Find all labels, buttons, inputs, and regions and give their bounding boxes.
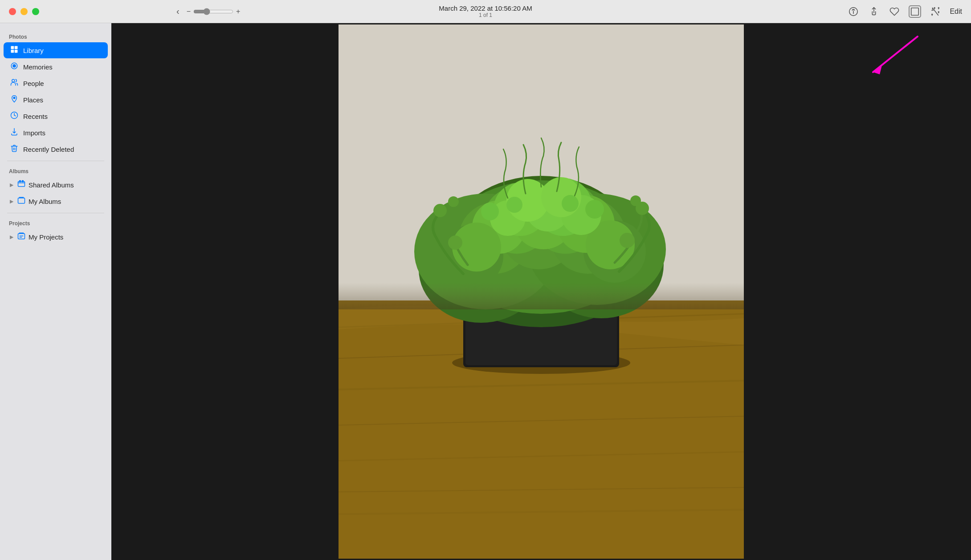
sidebar-item-library[interactable]: Library — [4, 42, 108, 58]
enhance-button[interactable] — [929, 5, 942, 18]
sidebar-albums-label: Albums — [0, 165, 111, 176]
svg-point-71 — [448, 235, 462, 250]
my-albums-icon — [17, 196, 26, 206]
svg-line-74 — [873, 37, 918, 72]
svg-rect-18 — [20, 181, 21, 182]
svg-rect-8 — [11, 46, 14, 49]
maximize-button[interactable] — [32, 8, 39, 15]
svg-point-68 — [506, 197, 522, 213]
zoom-control: − + — [187, 8, 241, 16]
svg-point-14 — [12, 79, 15, 82]
recently-deleted-label: Recently Deleted — [23, 146, 74, 153]
svg-point-72 — [620, 233, 635, 248]
chevron-right-icon: ▶ — [10, 182, 13, 188]
people-icon — [10, 78, 19, 88]
places-label: Places — [23, 96, 43, 104]
svg-line-5 — [933, 8, 938, 15]
window-controls — [0, 8, 39, 15]
svg-point-70 — [585, 200, 604, 219]
memories-icon — [10, 62, 19, 72]
people-label: People — [23, 80, 44, 87]
zoom-out-button[interactable]: − — [187, 8, 191, 16]
nav-controls: ‹ − + — [173, 4, 240, 18]
chevron-right-icon-2: ▶ — [10, 199, 13, 204]
svg-point-67 — [481, 203, 499, 220]
svg-point-64 — [448, 196, 459, 207]
chevron-right-icon-3: ▶ — [10, 234, 13, 240]
sidebar-item-shared-albums[interactable]: ▶ Shared Albums — [4, 177, 108, 193]
trash-icon — [10, 144, 19, 154]
sidebar-item-recently-deleted[interactable]: Recently Deleted — [4, 141, 108, 157]
svg-point-66 — [630, 195, 641, 206]
svg-point-63 — [433, 204, 447, 217]
favorite-button[interactable] — [888, 5, 901, 18]
svg-point-69 — [562, 195, 579, 212]
svg-rect-4 — [911, 8, 919, 15]
main-content: Photos Library Memories — [0, 23, 971, 560]
svg-point-15 — [13, 97, 15, 99]
imports-icon — [10, 128, 19, 138]
svg-rect-10 — [11, 50, 14, 53]
recents-label: Recents — [23, 113, 48, 120]
sidebar-divider-2 — [7, 213, 104, 213]
annotation-arrow — [846, 28, 926, 90]
edit-button[interactable]: Edit — [950, 8, 962, 16]
library-label: Library — [23, 47, 44, 54]
toolbar-actions: Edit — [847, 5, 962, 18]
sidebar-photos-label: Photos — [0, 30, 111, 42]
back-button[interactable]: ‹ — [173, 4, 183, 18]
close-button[interactable] — [9, 8, 16, 15]
zoom-slider[interactable] — [193, 8, 233, 15]
library-icon — [10, 45, 19, 55]
titlebar: ‹ − + March 29, 2022 at 10:56:20 AM 1 of… — [0, 0, 971, 23]
places-icon — [10, 95, 19, 105]
svg-rect-9 — [15, 46, 18, 49]
zoom-in-button[interactable]: + — [236, 8, 240, 16]
my-albums-label: My Albums — [29, 198, 61, 205]
svg-rect-17 — [18, 182, 25, 187]
sidebar-item-people[interactable]: People — [4, 75, 108, 91]
imports-label: Imports — [23, 129, 45, 137]
svg-rect-73 — [339, 283, 744, 309]
sidebar-divider-1 — [7, 161, 104, 161]
shared-albums-label: Shared Albums — [29, 181, 74, 189]
minimize-button[interactable] — [20, 8, 28, 15]
sidebar-item-memories[interactable]: Memories — [4, 59, 108, 75]
share-button[interactable] — [868, 5, 880, 18]
photo-count: 1 of 1 — [479, 12, 492, 18]
my-projects-icon — [17, 232, 26, 242]
memories-label: Memories — [23, 63, 53, 71]
svg-point-13 — [13, 65, 16, 67]
sidebar: Photos Library Memories — [0, 23, 111, 560]
fit-button[interactable] — [909, 5, 921, 18]
my-projects-label: My Projects — [29, 233, 63, 241]
info-button[interactable] — [847, 5, 860, 18]
svg-rect-19 — [22, 181, 24, 182]
photo-date: March 29, 2022 at 10:56:20 AM — [439, 4, 532, 12]
sidebar-item-recents[interactable]: Recents — [4, 108, 108, 124]
sidebar-item-my-albums[interactable]: ▶ My Albums — [4, 193, 108, 209]
sidebar-item-imports[interactable]: Imports — [4, 125, 108, 141]
sidebar-projects-label: Projects — [0, 217, 111, 228]
recents-icon — [10, 111, 19, 121]
svg-rect-20 — [18, 198, 25, 203]
sidebar-item-my-projects[interactable]: ▶ My Projects — [4, 229, 108, 245]
svg-rect-11 — [15, 50, 18, 53]
photo-image — [339, 24, 744, 559]
photo-area — [111, 23, 971, 560]
titlebar-center: March 29, 2022 at 10:56:20 AM 1 of 1 — [439, 4, 532, 18]
svg-marker-75 — [873, 65, 882, 74]
sidebar-item-places[interactable]: Places — [4, 92, 108, 108]
shared-albums-icon — [17, 180, 26, 190]
